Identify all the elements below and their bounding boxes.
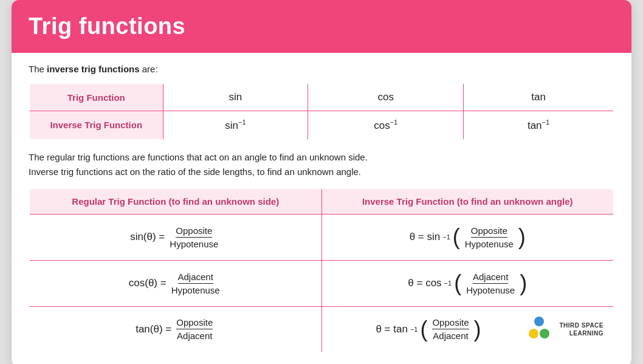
tan-inv-cell: tan−1 bbox=[464, 111, 614, 140]
tan-right-cell: θ = tan−1 ( Opposite Adjacent ) bbox=[322, 306, 614, 352]
theta-sin: θ = sin bbox=[410, 231, 441, 243]
cos-right-cell: θ = cos−1 ( Adjacent Hypotenuse ) bbox=[322, 260, 614, 306]
intro-prefix: The bbox=[29, 64, 47, 74]
sin-inv-fraction: Opposite Hypotenuse bbox=[465, 225, 514, 249]
tan-row: tan(θ) = Opposite Adjacent θ = tan−1 ( bbox=[29, 306, 614, 352]
logo-area: THIRD SPACE LEARNING bbox=[525, 315, 603, 343]
tan-numerator: Opposite bbox=[176, 317, 213, 329]
sin-inv-denominator: Hypotenuse bbox=[465, 238, 514, 249]
logo-line1: THIRD SPACE bbox=[559, 321, 603, 329]
tan-inv-denominator: Adjacent bbox=[433, 329, 468, 341]
cos-denominator: Hypotenuse bbox=[171, 284, 220, 295]
bottom-trig-table: Regular Trig Function (to find an unknow… bbox=[29, 188, 614, 353]
cos-inv-fraction: Adjacent Hypotenuse bbox=[466, 272, 515, 295]
sin-cell: sin bbox=[163, 83, 308, 111]
sin-left-cell: sin(θ) = Opposite Hypotenuse bbox=[29, 214, 322, 260]
left-paren-tan: ( bbox=[420, 318, 427, 340]
cos-sup: −1 bbox=[390, 118, 398, 126]
sin-formula-right: θ = sin−1 ( Opposite Hypotenuse ) bbox=[332, 225, 604, 249]
content: The inverse trig functions are: Trig Fun… bbox=[12, 53, 631, 364]
bottom-header-row: Regular Trig Function (to find an unknow… bbox=[29, 188, 614, 215]
right-paren-sin: ) bbox=[518, 226, 526, 248]
table-row-2: Inverse Trig Function sin−1 cos−1 tan−1 bbox=[29, 111, 614, 140]
sin-inv-numerator: Opposite bbox=[471, 225, 507, 238]
table-row-1: Trig Function sin cos tan bbox=[29, 83, 614, 111]
tan-inv-fraction: Opposite Adjacent bbox=[432, 317, 469, 341]
tan-inv-sup: −1 bbox=[410, 326, 418, 333]
trig-function-header: Trig Function bbox=[29, 83, 163, 111]
tsl-logo-icon bbox=[525, 315, 553, 343]
sin-right-cell: θ = sin−1 ( Opposite Hypotenuse ) bbox=[322, 214, 614, 260]
svg-point-1 bbox=[529, 329, 538, 338]
desc-line1: The regular trig functions are functions… bbox=[29, 152, 368, 162]
description-text: The regular trig functions are functions… bbox=[29, 150, 614, 179]
intro-bold: inverse trig functions bbox=[47, 64, 140, 74]
tan-formula-right-inner: θ = tan−1 ( Opposite Adjacent ) bbox=[376, 317, 481, 341]
cos-inv-denominator: Hypotenuse bbox=[466, 284, 515, 295]
right-paren-cos: ) bbox=[520, 272, 527, 294]
tan-prefix: tan(θ) = bbox=[136, 323, 171, 335]
sin-numerator: Opposite bbox=[176, 225, 212, 238]
svg-point-0 bbox=[534, 317, 544, 326]
header: Trig functions bbox=[12, 0, 631, 53]
tan-right-inner: θ = tan−1 ( Opposite Adjacent ) bbox=[332, 315, 604, 343]
right-paren-tan: ) bbox=[474, 318, 481, 340]
cos-formula-right: θ = cos−1 ( Adjacent Hypotenuse ) bbox=[332, 272, 604, 295]
cos-inv-numerator: Adjacent bbox=[473, 272, 508, 284]
tan-formula-left: tan(θ) = Opposite Adjacent bbox=[40, 317, 312, 341]
sin-inv-cell: sin−1 bbox=[163, 111, 308, 140]
svg-point-2 bbox=[540, 329, 549, 338]
tan-sup: −1 bbox=[542, 118, 550, 126]
top-trig-table: Trig Function sin cos tan Inverse Trig F… bbox=[29, 83, 614, 140]
cos-fraction: Adjacent Hypotenuse bbox=[171, 272, 220, 295]
intro-suffix: are: bbox=[140, 64, 158, 74]
tan-denominator: Adjacent bbox=[177, 329, 212, 341]
theta-tan: θ = tan bbox=[376, 323, 407, 335]
inverse-trig-function-header: Inverse Trig Function bbox=[29, 111, 163, 140]
sin-denominator: Hypotenuse bbox=[170, 238, 218, 249]
cos-inv-sup: −1 bbox=[444, 280, 452, 287]
inverse-col-header: Inverse Trig Function (to find an unknow… bbox=[322, 188, 614, 215]
tan-formula-right: θ = tan−1 ( Opposite Adjacent ) bbox=[332, 317, 526, 341]
cos-row: cos(θ) = Adjacent Hypotenuse θ = cos−1 (… bbox=[29, 260, 614, 306]
sin-prefix: sin(θ) = bbox=[130, 231, 165, 243]
logo-text: THIRD SPACE LEARNING bbox=[559, 321, 603, 337]
logo-line2: LEARNING bbox=[559, 329, 603, 337]
card: Trig functions The inverse trig function… bbox=[12, 0, 631, 364]
left-paren-sin: ( bbox=[453, 226, 460, 248]
cos-formula-left: cos(θ) = Adjacent Hypotenuse bbox=[40, 272, 312, 295]
left-paren-cos: ( bbox=[454, 272, 461, 294]
cos-numerator: Adjacent bbox=[178, 272, 213, 284]
tan-cell: tan bbox=[464, 83, 614, 111]
page-title: Trig functions bbox=[29, 13, 614, 39]
sin-formula-left: sin(θ) = Opposite Hypotenuse bbox=[40, 225, 312, 249]
cos-cell: cos bbox=[308, 83, 464, 111]
cos-inv-cell: cos−1 bbox=[308, 111, 464, 140]
tan-left-cell: tan(θ) = Opposite Adjacent bbox=[29, 306, 322, 352]
theta-cos: θ = cos bbox=[408, 277, 441, 289]
sin-row: sin(θ) = Opposite Hypotenuse θ = sin−1 (… bbox=[29, 214, 614, 260]
sin-inv-sup: −1 bbox=[442, 233, 450, 241]
intro-text: The inverse trig functions are: bbox=[29, 64, 614, 74]
desc-line2: Inverse trig functions act on the ratio … bbox=[29, 167, 361, 177]
tan-fraction: Opposite Adjacent bbox=[176, 317, 213, 341]
sin-sup: −1 bbox=[238, 118, 246, 126]
tan-inv-numerator: Opposite bbox=[432, 317, 469, 329]
cos-left-cell: cos(θ) = Adjacent Hypotenuse bbox=[29, 260, 322, 306]
regular-col-header: Regular Trig Function (to find an unknow… bbox=[29, 188, 322, 215]
sin-fraction: Opposite Hypotenuse bbox=[170, 225, 218, 249]
cos-prefix: cos(θ) = bbox=[129, 277, 167, 289]
